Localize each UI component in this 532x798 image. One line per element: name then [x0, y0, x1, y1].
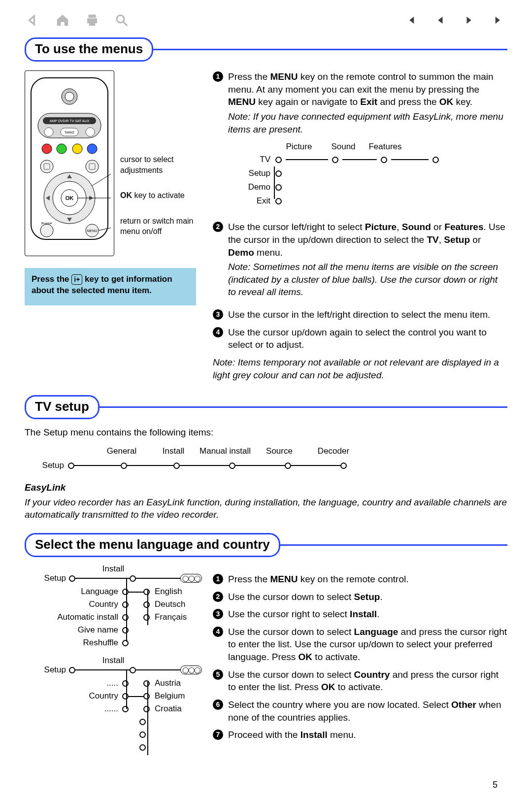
section1-steps: 1Press the MENU key on the remote contro…	[213, 70, 507, 351]
info-key-icon: i+	[71, 274, 82, 285]
section-heading: TV setup	[25, 395, 100, 419]
svg-text:AMP  DVD/R  TV  SAT  AUX: AMP DVD/R TV SAT AUX	[50, 119, 90, 123]
svg-text:MENU: MENU	[87, 229, 98, 233]
remote-illustration: AMP DVD/R TV SAT AUX Select	[25, 70, 114, 256]
home-icon[interactable]	[54, 12, 71, 29]
svg-point-17	[86, 160, 99, 173]
svg-point-13	[72, 144, 82, 154]
language-menu-diagram: Setup ◯◯◯ Install LanguageEnglish Countr…	[30, 573, 202, 650]
back-icon[interactable]	[25, 12, 41, 29]
scroll-icon: ◯◯◯	[180, 665, 202, 674]
svg-text:OK: OK	[66, 195, 74, 201]
section-heading: To use the menus	[25, 37, 153, 62]
svg-point-12	[57, 144, 66, 154]
first-page-icon[interactable]	[402, 12, 419, 29]
step-note: Note: If you have connected equipment wi…	[228, 110, 507, 135]
svg-point-7	[44, 128, 53, 136]
svg-point-0	[117, 15, 124, 23]
section1-bottom-note: Note: Items temporary not available or n…	[213, 356, 507, 381]
setup-menu-diagram: General Install Manual install Source De…	[34, 446, 507, 471]
info-hint-box: Press the i+ key to get information abou…	[25, 268, 196, 305]
prev-page-icon[interactable]	[432, 12, 448, 29]
next-page-icon[interactable]	[461, 12, 478, 29]
svg-point-10	[86, 128, 95, 136]
svg-point-23	[40, 224, 53, 237]
svg-point-11	[42, 144, 52, 154]
section3-steps: 1Press the MENU key on the remote contro…	[213, 573, 507, 741]
svg-point-15	[40, 160, 53, 173]
section2-intro: The Setup menu contains the following it…	[25, 426, 507, 439]
easylink-heading: EasyLink	[25, 481, 507, 494]
svg-text:Select: Select	[65, 131, 74, 134]
search-icon[interactable]	[113, 12, 130, 29]
country-menu-diagram: Setup ◯◯◯ Install .....Austria CountryBe…	[30, 665, 202, 754]
svg-point-3	[65, 92, 74, 101]
tv-menu-diagram: Picture Sound Features TV Setup Demo Exi…	[243, 141, 507, 208]
pdf-toolbar	[25, 7, 507, 29]
svg-text:Browser: Browser	[41, 222, 52, 225]
print-icon[interactable]	[84, 12, 100, 29]
page-number: 5	[25, 779, 507, 791]
scroll-icon: ◯◯◯	[180, 574, 202, 583]
step-text: Press the MENU key on the remote control…	[228, 71, 494, 107]
section-heading: Select the menu language and country	[25, 533, 280, 557]
last-page-icon[interactable]	[491, 12, 507, 29]
svg-point-14	[87, 144, 97, 154]
remote-callouts: cursor to select adjustments OK key to a…	[120, 70, 202, 252]
easylink-text: If your video recorder has an EasyLink f…	[25, 496, 507, 521]
